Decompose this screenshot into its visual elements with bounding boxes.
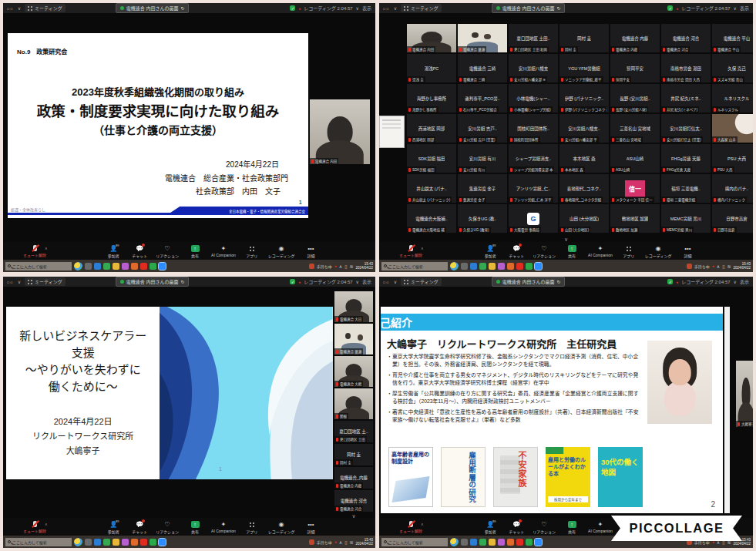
scrollbar-strip[interactable]: [724, 307, 730, 513]
refresh-icon[interactable]: ↻: [556, 5, 560, 11]
chat-button[interactable]: 💬 チャット: [506, 245, 526, 258]
shared-screen-tab[interactable]: 電機連合 内田さんの画面 ↻: [492, 3, 566, 13]
participant-tile[interactable]: 日野市高倉日野市高倉: [712, 204, 753, 233]
participant-tile[interactable]: 海野かし事務所海野かし事務所: [407, 84, 456, 113]
participant-tile[interactable]: 西浦地区 岡部西浦地区 岡部: [407, 114, 456, 143]
file-explorer-icon[interactable]: [489, 263, 496, 270]
participant-tile[interactable]: 長野 (安川労組..長野 (安川労組人財): [610, 84, 660, 113]
reactions-button[interactable]: ♡ リアクション: [156, 245, 179, 258]
photos-icon[interactable]: [498, 263, 505, 270]
taskbar-clock[interactable]: 15:43 2024/04/22: [355, 538, 373, 546]
participant-tile[interactable]: 電機連合 平山電機連合 平山: [712, 24, 753, 52]
ai-companion-button[interactable]: ✦ AI Companion: [211, 521, 236, 533]
network-icon[interactable]: ≋: [349, 264, 353, 269]
taskbar-clock[interactable]: 15:43 2024/04/22: [733, 262, 751, 270]
participant-tile[interactable]: PSU 大西PSU 大西: [712, 144, 753, 173]
firefox-icon[interactable]: [131, 263, 138, 270]
unmute-button[interactable]: ミュート解除: [23, 244, 46, 257]
chevron-down-icon[interactable]: ∨: [394, 279, 397, 284]
line-icon[interactable]: [103, 539, 110, 546]
taskbar-search-input[interactable]: ここに入力して検索: [381, 262, 448, 270]
taskbar-search-input[interactable]: ここに入力して検索: [5, 538, 72, 546]
chat-button[interactable]: 💬 チャット: [129, 521, 150, 534]
network-icon[interactable]: ≋: [727, 264, 731, 269]
record-button[interactable]: ◉ レコーディング: [268, 521, 295, 534]
participants-button[interactable]: 👤89 参加者: [480, 521, 500, 534]
participant-tile[interactable]: 国枝町田団体所..国枝町田団体所: [509, 114, 558, 143]
weather-widget-icon[interactable]: [450, 262, 459, 270]
battery-icon[interactable]: ▯: [722, 264, 724, 269]
weather-widget-icon[interactable]: [74, 262, 82, 270]
participant-tile[interactable]: 電機連合大阪補..電機連合大阪地協 補: [407, 204, 456, 233]
tray-expand-icon[interactable]: ∧: [717, 264, 720, 269]
participant-tile[interactable]: アンリツ労組_仁..アンリツ労組_仁木 洋平: [509, 174, 558, 203]
view-button[interactable]: 表示: [740, 5, 749, 12]
security-shield-icon[interactable]: ✓: [290, 5, 295, 11]
chevron-down-icon[interactable]: ∨: [394, 5, 397, 11]
share-screen-button[interactable]: ↑ 共有: [185, 521, 205, 534]
chat-app-icon[interactable]: [526, 263, 533, 270]
outlook-icon[interactable]: [94, 263, 101, 270]
apps-button[interactable]: アプリ: [242, 521, 262, 534]
chevron-down-icon[interactable]: ∨: [18, 5, 21, 11]
participants-button[interactable]: 👤89 参加者: [480, 245, 500, 258]
participant-tile[interactable]: ルネリスクルルネリスクル: [712, 84, 753, 113]
participant-tile[interactable]: 安川労組 有川安川労組 有川: [458, 144, 507, 173]
participant-tile[interactable]: SDK労組 福田SDK労組 福田: [407, 144, 456, 173]
participant-tile[interactable]: YGU YFM労働組ソニックア労働組_藤平: [559, 54, 609, 82]
zoom-app-icon[interactable]: [159, 539, 166, 546]
shared-screen-tab[interactable]: 電機連合 内田さんの画面 ↻: [116, 3, 190, 13]
tray-expand-icon[interactable]: ∧: [339, 264, 342, 269]
line-icon[interactable]: [479, 539, 486, 546]
youtube-icon[interactable]: [516, 263, 523, 270]
refresh-icon[interactable]: ↻: [180, 5, 184, 11]
meeting-tab[interactable]: ミーティング: [25, 4, 66, 12]
notification-app-icon[interactable]: [309, 539, 314, 545]
firefox-icon[interactable]: [131, 539, 138, 546]
participant-tile[interactable]: 電機連合 大嶋: [334, 356, 373, 387]
chat-app-icon[interactable]: [150, 263, 156, 270]
unmute-button[interactable]: ミュート解除: [399, 520, 422, 533]
line-icon[interactable]: [479, 263, 486, 270]
speaker-video-thumbnail[interactable]: 電機連合 内田: [310, 99, 370, 164]
participant-tile[interactable]: シャープ労組消支..シャープ労組消費支部 本: [509, 144, 558, 173]
meeting-tab[interactable]: ミーティング: [401, 4, 442, 12]
security-shield-icon[interactable]: ✓: [667, 5, 673, 11]
gallery-more-chevron-icon[interactable]: ∨: [564, 237, 568, 242]
participant-tile[interactable]: 南格市労会 湯田南格市労会 湯田 大西: [661, 54, 711, 82]
record-button[interactable]: ◉ レコーディング: [645, 245, 672, 258]
participants-button[interactable]: 👤89 参加者: [103, 521, 123, 534]
chat-button[interactable]: 💬 チャット: [506, 521, 526, 534]
photos-icon[interactable]: [122, 539, 129, 546]
chevron-down-icon[interactable]: ∨: [18, 279, 21, 284]
participant-tile[interactable]: 岡村 圭岡村 圭: [334, 444, 373, 465]
view-button[interactable]: 表示: [362, 278, 371, 285]
participant-tile[interactable]: 電機連合 河合電機連合 河合: [661, 24, 711, 52]
participant-tile[interactable]: 関根: [334, 388, 373, 419]
line-icon[interactable]: [103, 263, 110, 270]
ai-companion-button[interactable]: ✦ AI Companion: [588, 521, 613, 533]
tray-expand-icon[interactable]: ∧: [339, 539, 342, 545]
participant-tile[interactable]: 信一メタウォーク 半田 信一: [610, 174, 660, 203]
refresh-icon[interactable]: ↻: [180, 279, 184, 284]
reactions-button[interactable]: ♡ リアクション: [156, 521, 179, 534]
participant-tile[interactable]: 構内のパナ..構内パナソニック: [712, 174, 753, 203]
participant-tile[interactable]: ASU山崎ASU山崎: [610, 144, 660, 173]
participant-tile[interactable]: 井尻 紀久(ミネ..井尻 紀久(ミネベア): [661, 84, 711, 113]
participant-tile[interactable]: 電機連合 内田: [407, 24, 456, 52]
participant-tile[interactable]: 大森家 山井: [712, 114, 753, 143]
outlook-icon[interactable]: [94, 539, 101, 546]
taskview-icon[interactable]: [461, 263, 468, 270]
file-explorer-icon[interactable]: [113, 263, 119, 270]
file-explorer-icon[interactable]: [113, 539, 119, 546]
chat-app-icon[interactable]: [526, 539, 533, 546]
zoom-app-icon[interactable]: [535, 539, 542, 546]
chat-app-icon[interactable]: [150, 539, 156, 546]
participant-tile[interactable]: 笹岡平安笹岡平安: [610, 54, 660, 82]
participant-tile[interactable]: 湯浅PC湯浅 圭: [407, 54, 456, 82]
ai-companion-button[interactable]: ✦ AI Companion: [588, 245, 613, 257]
taskview-icon[interactable]: [85, 539, 92, 546]
participant-tile[interactable]: 安川労組 吉戸..安川労組 吉戸 (営業): [458, 114, 507, 143]
meeting-tab[interactable]: ミーティング: [25, 277, 66, 286]
participant-tile[interactable]: 安川労組八幡支安川労組八幡支部 ※: [509, 54, 558, 82]
